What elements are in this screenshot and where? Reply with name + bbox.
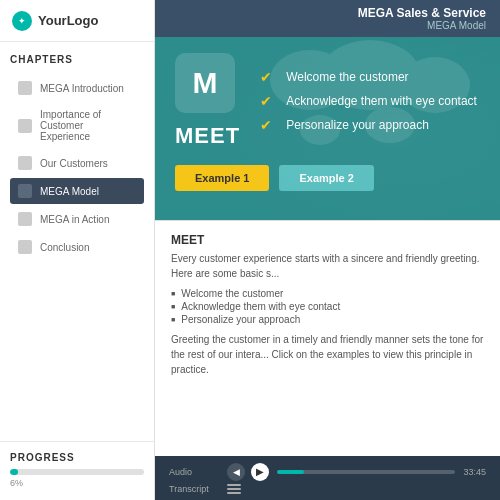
main-content: MEGA Sales & Service MEGA Model M MEET ✔… xyxy=(155,0,500,500)
play-button[interactable]: ▶ xyxy=(251,463,269,481)
desc-list-item-1: Welcome the customer xyxy=(171,287,484,300)
chapter-icon-ch4 xyxy=(18,184,32,198)
progress-text: 6% xyxy=(10,478,144,488)
chapter-label-ch1: MEGA Introduction xyxy=(40,83,124,94)
check-item-1: ✔ Welcome the customer xyxy=(260,69,480,85)
chapter-icon-ch3 xyxy=(18,156,32,170)
description-list: Welcome the customer Acknowledge them wi… xyxy=(171,287,484,326)
sidebar-item-ch4[interactable]: MEGA Model xyxy=(10,178,144,204)
progress-section: PROGRESS 6% xyxy=(0,441,154,500)
checkmark-icon-1: ✔ xyxy=(260,69,276,85)
sidebar-item-ch5[interactable]: MEGA in Action xyxy=(10,206,144,232)
toggle-bar-2 xyxy=(227,488,241,490)
chapters-section: CHAPTERS MEGA Introduction Importance of… xyxy=(0,42,154,441)
description-intro: Every customer experience starts with a … xyxy=(171,251,484,281)
audio-label: Audio xyxy=(169,467,219,477)
transcript-toggle[interactable] xyxy=(227,484,241,494)
svg-point-0 xyxy=(270,50,350,110)
prev-button[interactable]: ◀ xyxy=(227,463,245,481)
check-item-2: ✔ Acknowledge them with eye contact xyxy=(260,93,480,109)
toggle-bar-1 xyxy=(227,484,241,486)
example-buttons: Example 1 Example 2 xyxy=(155,165,500,205)
meet-label: MEET xyxy=(175,123,240,149)
chapter-label-ch2: Importance of Customer Experience xyxy=(40,109,136,142)
bottom-controls: Audio ◀ ▶ 33:45 Transcript xyxy=(155,456,500,500)
checklist-area: ✔ Welcome the customer ✔ Acknowledge the… xyxy=(260,69,480,133)
meet-icon-box: M xyxy=(175,53,235,113)
presentation-body: M MEET ✔ Welcome the customer ✔ Acknowle… xyxy=(155,37,500,165)
audio-progress-track[interactable] xyxy=(277,470,455,474)
chapter-icon-ch2 xyxy=(18,119,32,133)
chapter-label-ch5: MEGA in Action xyxy=(40,214,109,225)
toggle-bar-3 xyxy=(227,492,241,494)
meet-icon-letter: M xyxy=(193,66,218,100)
transcript-label: Transcript xyxy=(169,484,219,494)
logo-text: YourLogo xyxy=(38,13,98,28)
sidebar: YourLogo CHAPTERS MEGA Introduction Impo… xyxy=(0,0,155,500)
checkmark-icon-2: ✔ xyxy=(260,93,276,109)
progress-bar-fill xyxy=(10,469,18,475)
svg-point-1 xyxy=(320,40,420,110)
progress-bar-background xyxy=(10,469,144,475)
chapter-icon-ch6 xyxy=(18,240,32,254)
sidebar-item-ch3[interactable]: Our Customers xyxy=(10,150,144,176)
description-title: MEET xyxy=(171,233,484,247)
presentation-header: MEGA Sales & Service MEGA Model xyxy=(155,0,500,37)
sidebar-item-ch6[interactable]: Conclusion xyxy=(10,234,144,260)
logo-icon xyxy=(12,11,32,31)
chapter-label-ch4: MEGA Model xyxy=(40,186,99,197)
meet-icon-area: M MEET xyxy=(175,53,240,149)
check-text-1: Welcome the customer xyxy=(286,70,409,84)
desc-list-item-2: Acknowledge them with eye contact xyxy=(171,300,484,313)
logo-area: YourLogo xyxy=(0,0,154,42)
chapter-icon-ch1 xyxy=(18,81,32,95)
chapter-icon-ch5 xyxy=(18,212,32,226)
checkmark-icon-3: ✔ xyxy=(260,117,276,133)
svg-point-4 xyxy=(365,107,415,143)
world-map-decoration xyxy=(250,30,490,180)
play-controls: ◀ ▶ xyxy=(227,463,269,481)
description-area: MEET Every customer experience starts wi… xyxy=(155,220,500,456)
chapter-label-ch6: Conclusion xyxy=(40,242,89,253)
example2-button[interactable]: Example 2 xyxy=(279,165,373,191)
audio-progress-fill xyxy=(277,470,304,474)
chapter-label-ch3: Our Customers xyxy=(40,158,108,169)
check-item-3: ✔ Personalize your approach xyxy=(260,117,480,133)
audio-control-row: Audio ◀ ▶ 33:45 xyxy=(169,463,486,481)
progress-label: PROGRESS xyxy=(10,452,144,463)
chapters-label: CHAPTERS xyxy=(10,54,144,65)
presentation-title: MEGA Sales & Service xyxy=(169,6,486,20)
check-text-2: Acknowledge them with eye contact xyxy=(286,94,477,108)
presentation-subtitle: MEGA Model xyxy=(169,20,486,31)
example1-button[interactable]: Example 1 xyxy=(175,165,269,191)
sidebar-item-ch2[interactable]: Importance of Customer Experience xyxy=(10,103,144,148)
description-footer: Greeting the customer in a timely and fr… xyxy=(171,332,484,377)
check-text-3: Personalize your approach xyxy=(286,118,429,132)
svg-point-3 xyxy=(300,115,340,145)
presentation-area: MEGA Sales & Service MEGA Model M MEET ✔… xyxy=(155,0,500,220)
desc-list-item-3: Personalize your approach xyxy=(171,313,484,326)
svg-point-2 xyxy=(400,57,470,113)
time-display: 33:45 xyxy=(463,467,486,477)
sidebar-item-ch1[interactable]: MEGA Introduction xyxy=(10,75,144,101)
transcript-control-row: Transcript xyxy=(169,484,486,494)
